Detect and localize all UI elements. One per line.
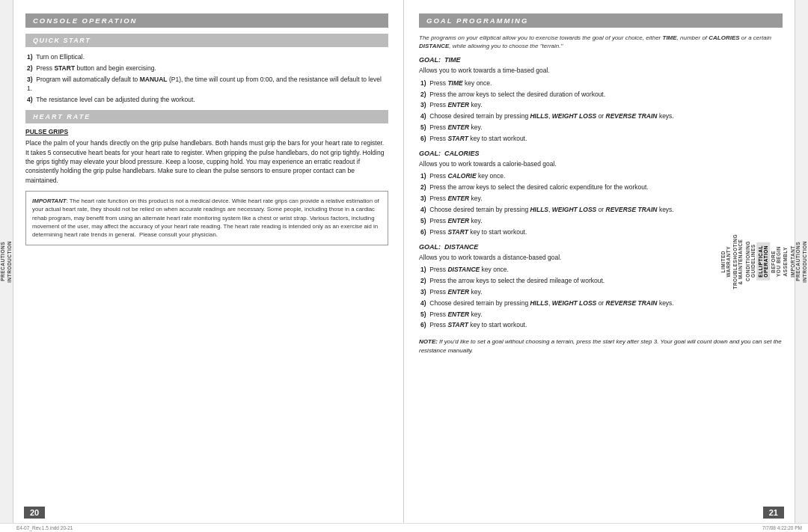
quick-start-step-2: 2) Press START button and begin exercisi… xyxy=(25,64,388,73)
right-tab-introduction: INTRODUCTION xyxy=(801,238,808,286)
goal-calories-step-2: 2) Press the arrow keys to select the de… xyxy=(419,183,783,192)
goal-time-label: GOAL: TIME xyxy=(419,56,783,64)
heart-rate-section: HEART RATE PULSE GRIPS Place the palm of… xyxy=(25,110,388,245)
goal-time-step-6: 6) Press START key to start workout. xyxy=(419,135,783,144)
goal-calories-step-4: 4) Choose desired terrain by pressing HI… xyxy=(419,206,783,215)
quick-start-step-4: 4) The resistance level can be adjusted … xyxy=(25,96,388,105)
right-tab-conditioning: CONDITIONINGGUIDELINES xyxy=(744,238,756,284)
goal-time-desc: Allows you to work towards a time-based … xyxy=(419,66,783,75)
important-box: IMPORTANT: The heart rate function on th… xyxy=(25,191,388,245)
goal-calories-desc: Allows you to work towards a calorie-bas… xyxy=(419,159,783,168)
goal-distance-step-3: 3) Press ENTER key. xyxy=(419,288,783,297)
right-tab-troubleshooting: TROUBLESHOOTING& MAINTENANCE xyxy=(732,231,744,293)
goal-distance-step-4: 4) Choose desired terrain by pressing HI… xyxy=(419,299,783,308)
page-container: INTRODUCTION IMPORTANTPRECAUTIONS ASSEMB… xyxy=(0,0,808,523)
right-tab-assembly: ASSEMBLY xyxy=(782,244,789,280)
quick-start-list: 1) Turn on Elliptical. 2) Press START bu… xyxy=(25,53,388,104)
goal-time-step-5: 5) Press ENTER key. xyxy=(419,123,783,132)
right-tab-warranty: LIMITEDWARRANTY xyxy=(720,243,732,281)
right-tab-important: IMPORTANTPRECAUTIONS xyxy=(789,239,801,284)
goal-time-step-4: 4) Choose desired terrain by pressing HI… xyxy=(419,112,783,121)
goal-calories-section: GOAL: CALORIES Allows you to work toward… xyxy=(419,150,783,237)
goal-calories-step-6: 6) Press START key to start workout. xyxy=(419,228,783,237)
page-number-right: 21 xyxy=(763,507,784,519)
pulse-grips-title: PULSE GRIPS xyxy=(25,128,388,135)
right-tab-elliptical: ELLIPTICALOPERATION xyxy=(756,242,770,281)
quick-start-step-1: 1) Turn on Elliptical. xyxy=(25,53,388,62)
goal-calories-step-3: 3) Press ENTER key. xyxy=(419,195,783,204)
goal-distance-step-5: 5) Press ENTER key. xyxy=(419,311,783,319)
goal-time-step-3: 3) Press ENTER key. xyxy=(419,101,783,110)
footer-left-text: E4-07_Rev.1.5.indd 20-21 xyxy=(16,525,73,531)
page-footer: E4-07_Rev.1.5.indd 20-21 7/7/08 4:22:20 … xyxy=(0,523,808,532)
pulse-grips-body: Place the palm of your hands directly on… xyxy=(25,138,388,185)
goal-calories-step-1: 1) Press CALORIE key once. xyxy=(419,172,783,181)
left-tab-important: IMPORTANTPRECAUTIONS xyxy=(0,239,6,284)
page-left: CONSOLE OPERATION QUICK START 1) Turn on… xyxy=(13,0,404,523)
goal-time-section: GOAL: TIME Allows you to work towards a … xyxy=(419,56,783,144)
quick-start-step-3: 3) Program will automatically default to… xyxy=(25,76,388,94)
goal-calories-label: GOAL: CALORIES xyxy=(419,150,783,157)
goal-programming-header: GOAL PROGRAMMING xyxy=(419,13,783,28)
goal-calories-step-5: 5) Press ENTER key. xyxy=(419,217,783,226)
left-side-tabs: INTRODUCTION IMPORTANTPRECAUTIONS ASSEMB… xyxy=(0,0,13,523)
right-side-tabs: INTRODUCTION IMPORTANTPRECAUTIONS ASSEMB… xyxy=(795,0,808,523)
goal-note: NOTE: If you'd like to set a goal withou… xyxy=(419,337,783,354)
goal-calories-steps: 1) Press CALORIE key once. 2) Press the … xyxy=(419,172,783,236)
pages-wrapper: CONSOLE OPERATION QUICK START 1) Turn on… xyxy=(13,0,795,523)
goal-distance-step-6: 6) Press START key to start workout. xyxy=(419,321,783,330)
console-operation-header: CONSOLE OPERATION xyxy=(25,13,388,28)
quick-start-section: QUICK START 1) Turn on Elliptical. 2) Pr… xyxy=(25,34,388,104)
heart-rate-header: HEART RATE xyxy=(25,110,388,123)
footer-right-text: 7/7/08 4:22:20 PM xyxy=(762,525,802,531)
quick-start-header: QUICK START xyxy=(25,34,388,47)
goal-time-step-1: 1) Press TIME key once. xyxy=(419,79,783,88)
left-tab-introduction: INTRODUCTION xyxy=(6,238,13,286)
goal-time-steps: 1) Press TIME key once. 2) Press the arr… xyxy=(419,79,783,144)
goal-intro-text: The programs on your elliptical allow yo… xyxy=(419,34,783,50)
page-number-left: 20 xyxy=(24,507,45,519)
right-tab-before: BEFOREYOU BEGIN xyxy=(770,243,782,280)
goal-time-step-2: 2) Press the arrow keys to select the de… xyxy=(419,91,783,100)
